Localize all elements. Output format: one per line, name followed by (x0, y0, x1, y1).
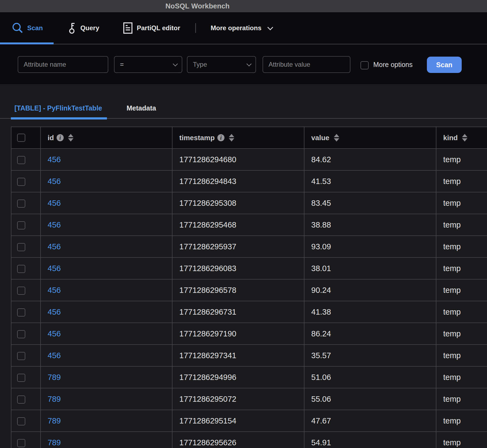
row-checkbox[interactable] (17, 439, 25, 447)
cell-timestamp: 1771286295468 (172, 214, 304, 236)
scan-filter-bar: Attribute name = Type Attribute value Mo… (0, 44, 487, 85)
cell-value: 93.09 (304, 236, 436, 257)
attribute-value-input[interactable]: Attribute value (263, 56, 350, 73)
cell-id-link[interactable]: 456 (41, 323, 172, 345)
attribute-value-placeholder: Attribute value (269, 61, 310, 68)
row-checkbox[interactable] (17, 417, 25, 425)
row-checkbox[interactable] (17, 352, 25, 360)
cell-id-link[interactable]: 789 (41, 432, 172, 448)
table-row: 789177128629499651.06temp (11, 366, 487, 388)
cell-kind: temp (436, 301, 487, 323)
nav-tab-query-label: Query (80, 24, 99, 32)
cell-id-link[interactable]: 456 (41, 279, 172, 301)
cell-id-link[interactable]: 456 (41, 214, 172, 236)
cell-kind: temp (436, 432, 487, 448)
cell-value: 55.06 (304, 388, 436, 410)
cell-timestamp: 1771286296578 (172, 279, 304, 301)
info-icon[interactable]: i (217, 134, 224, 141)
nav-tab-partiql-editor[interactable]: PartiQL editor (123, 22, 180, 34)
column-header-timestamp[interactable]: timestamp i (172, 127, 304, 149)
cell-kind: temp (436, 214, 487, 236)
select-all-checkbox[interactable] (17, 134, 25, 142)
attribute-name-placeholder: Attribute name (24, 61, 66, 68)
active-tab-indicator (0, 42, 54, 44)
row-checkbox[interactable] (17, 243, 25, 251)
row-checkbox[interactable] (17, 156, 25, 164)
tab-metadata[interactable]: Metadata (127, 104, 156, 118)
cell-timestamp: 1771286297341 (172, 345, 304, 366)
row-checkbox[interactable] (17, 395, 25, 404)
row-select-cell (11, 170, 41, 192)
cell-timestamp: 1771286294843 (172, 170, 304, 192)
cell-id-link[interactable]: 456 (41, 192, 172, 214)
cell-value: 86.24 (304, 323, 436, 345)
row-select-cell (11, 323, 41, 345)
row-checkbox[interactable] (17, 200, 25, 208)
cell-id-link[interactable]: 789 (41, 388, 172, 410)
cell-id-link[interactable]: 456 (41, 170, 172, 192)
row-select-cell (11, 410, 41, 432)
attribute-name-input[interactable]: Attribute name (18, 56, 108, 73)
table-header-row: id i timestamp i v (11, 127, 487, 149)
sort-icon[interactable] (462, 134, 467, 142)
row-checkbox[interactable] (17, 221, 25, 229)
operator-select[interactable]: = (114, 56, 182, 73)
table-row: 789177128629507255.06temp (11, 388, 487, 410)
column-header-kind[interactable]: kind (436, 127, 487, 149)
more-operations-menu[interactable]: More operations (211, 24, 272, 32)
cell-timestamp: 1771286296731 (172, 301, 304, 323)
row-select-cell (11, 214, 41, 236)
cell-timestamp: 1771286295072 (172, 388, 304, 410)
window-titlebar: NoSQL Workbench (0, 0, 487, 12)
column-header-id[interactable]: id i (41, 127, 172, 149)
operator-value: = (120, 61, 124, 68)
type-select[interactable]: Type (187, 56, 256, 73)
cell-id-link[interactable]: 456 (41, 345, 172, 366)
nav-tab-query[interactable]: Query (69, 22, 99, 34)
operations-nav: Scan Query PartiQL editor More operation… (0, 12, 487, 44)
row-checkbox[interactable] (17, 308, 25, 317)
sort-icon[interactable] (334, 134, 339, 142)
nav-tab-scan[interactable]: Scan (12, 23, 43, 33)
result-tabs: [TABLE] - PyFlinkTestTable Metadata (0, 86, 487, 119)
select-all-cell (11, 127, 41, 149)
cell-value: 84.62 (304, 149, 436, 170)
cell-value: 51.06 (304, 366, 436, 388)
cell-value: 38.88 (304, 214, 436, 236)
more-operations-label: More operations (211, 24, 261, 32)
active-result-tab-indicator (11, 117, 107, 119)
chevron-down-icon (246, 61, 251, 66)
column-header-value[interactable]: value (304, 127, 436, 149)
row-checkbox[interactable] (17, 374, 25, 382)
table-row: 456177128629657890.24temp (11, 279, 487, 301)
cell-kind: temp (436, 236, 487, 257)
row-checkbox[interactable] (17, 287, 25, 295)
cell-id-link[interactable]: 789 (41, 366, 172, 388)
cell-id-link[interactable]: 789 (41, 410, 172, 432)
cell-id-link[interactable]: 456 (41, 257, 172, 279)
cell-timestamp: 1771286295308 (172, 192, 304, 214)
row-select-cell (11, 236, 41, 257)
cell-kind: temp (436, 388, 487, 410)
row-checkbox[interactable] (17, 178, 25, 186)
scan-button[interactable]: Scan (427, 57, 462, 73)
chevron-down-icon (267, 24, 273, 30)
sort-icon[interactable] (68, 134, 73, 142)
cell-id-link[interactable]: 456 (41, 149, 172, 170)
cell-timestamp: 1771286297190 (172, 323, 304, 345)
row-select-cell (11, 388, 41, 410)
cell-value: 47.67 (304, 410, 436, 432)
sort-icon[interactable] (229, 134, 234, 142)
cell-id-link[interactable]: 456 (41, 236, 172, 257)
row-checkbox[interactable] (17, 330, 25, 338)
info-icon[interactable]: i (57, 134, 64, 141)
cell-value: 90.24 (304, 279, 436, 301)
cell-kind: temp (436, 366, 487, 388)
cell-timestamp: 1771286295626 (172, 432, 304, 448)
row-checkbox[interactable] (17, 265, 25, 273)
tab-table-pyflinktesttable[interactable]: [TABLE] - PyFlinkTestTable (14, 104, 102, 118)
row-select-cell (11, 279, 41, 301)
scan-results-table: id i timestamp i v (11, 127, 487, 448)
more-options-checkbox[interactable] (360, 61, 369, 69)
cell-id-link[interactable]: 456 (41, 301, 172, 323)
